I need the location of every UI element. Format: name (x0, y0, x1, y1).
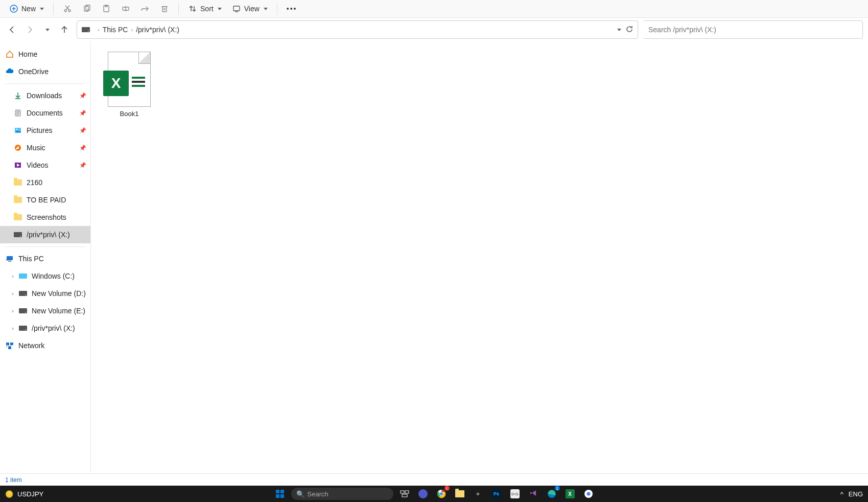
pin-icon: 📌 (79, 93, 86, 99)
sidebar-folder-screenshots[interactable]: Screenshots (0, 209, 90, 226)
sidebar-drive-d[interactable]: › New Volume (D:) (0, 285, 90, 302)
folder-icon (13, 178, 22, 187)
forward-button[interactable] (22, 22, 37, 37)
sidebar-onedrive[interactable]: › OneDrive (0, 63, 90, 80)
svg-rect-42 (276, 494, 279, 498)
ellipsis-icon: ••• (287, 5, 297, 13)
chevron-down-icon[interactable] (617, 29, 621, 31)
paste-button[interactable] (98, 2, 115, 15)
music-icon (13, 143, 22, 152)
view-label: View (244, 5, 260, 13)
drive-icon (18, 271, 28, 281)
rename-icon (121, 4, 130, 13)
share-button[interactable] (136, 2, 154, 15)
breadcrumb-current[interactable]: /priv*priv\ (X:) (136, 26, 179, 34)
chevron-right-icon[interactable]: › (9, 308, 16, 314)
taskbar-search-placeholder: Search (308, 490, 329, 498)
taskbar-app-explorer[interactable] (453, 487, 467, 501)
sidebar-music[interactable]: Music 📌 (0, 139, 90, 156)
sidebar-item-label: Documents (27, 109, 63, 117)
sidebar-item-label: /priv*priv\ (X:) (27, 231, 70, 239)
drive-icon (18, 324, 28, 333)
sidebar-home[interactable]: Home (0, 45, 90, 63)
taskbar-app-edge[interactable]: 1 (545, 487, 559, 501)
new-label: New (21, 5, 36, 13)
chevron-down-icon (45, 29, 50, 31)
taskbar-app-excel[interactable]: X (563, 487, 577, 501)
pin-icon: 📌 (79, 110, 86, 117)
cut-button[interactable] (59, 2, 76, 15)
chevron-down-icon (264, 8, 268, 10)
svg-rect-36 (10, 343, 13, 345)
sidebar-pictures[interactable]: Pictures 📌 (0, 122, 90, 139)
rename-button[interactable] (117, 2, 134, 15)
folder-icon (13, 213, 22, 222)
up-button[interactable] (57, 22, 72, 37)
status-bar: 1 item (0, 473, 868, 486)
drive-icon (13, 230, 22, 239)
search-input[interactable] (648, 26, 857, 34)
delete-button[interactable] (156, 2, 173, 15)
search-box[interactable] (643, 20, 863, 39)
widget-icon: 🪙 (5, 490, 13, 498)
sidebar-folder-tobepaid[interactable]: TO BE PAID (0, 191, 90, 209)
more-button[interactable]: ••• (283, 3, 301, 15)
sort-button[interactable]: Sort (184, 2, 226, 15)
file-item[interactable]: X Book1 (101, 50, 157, 120)
sidebar-drive-c[interactable]: › Windows (C:) (0, 267, 90, 285)
drive-icon (81, 25, 90, 34)
taskbar-search[interactable]: 🔍 Search (291, 488, 393, 500)
taskbar-app-vs[interactable] (526, 487, 541, 501)
sidebar-thispc[interactable]: ⌄ This PC (0, 250, 90, 267)
chevron-right-icon[interactable]: › (9, 290, 16, 296)
separator (178, 3, 179, 15)
chevron-right-icon: › (131, 27, 133, 33)
language-indicator[interactable]: ENG (849, 490, 863, 498)
recent-button[interactable] (40, 22, 54, 37)
nav-arrows (5, 22, 72, 37)
file-pane[interactable]: X Book1 (91, 41, 868, 473)
back-button[interactable] (5, 22, 19, 37)
tray-chevron-icon[interactable]: ^ (840, 490, 843, 498)
sidebar-downloads[interactable]: Downloads 📌 (0, 87, 90, 104)
sidebar-item-label: Screenshots (27, 213, 66, 221)
sidebar-item-label: Windows (C:) (32, 272, 75, 280)
folder-icon (13, 195, 22, 204)
svg-rect-13 (162, 7, 167, 12)
sidebar-item-label: TO BE PAID (27, 196, 66, 204)
taskbar-app-chrome[interactable]: ! (434, 487, 449, 501)
chevron-down-icon[interactable]: ⌄ (3, 256, 10, 262)
svg-rect-44 (401, 491, 404, 493)
chevron-right-icon[interactable]: › (3, 343, 10, 349)
sidebar-drive-x[interactable]: /priv*priv\ (X:) (0, 226, 90, 243)
sidebar-videos[interactable]: Videos 📌 (0, 156, 90, 174)
document-icon (13, 108, 22, 118)
copy-button[interactable] (78, 2, 96, 15)
sidebar-item-label: Downloads (27, 92, 62, 100)
breadcrumb-root[interactable]: This PC (103, 26, 128, 34)
start-button[interactable] (273, 487, 287, 501)
taskbar-app-photoshop[interactable]: Ps (489, 487, 504, 501)
new-button[interactable]: New (5, 2, 48, 15)
sidebar-folder-2160[interactable]: 2160 (0, 174, 90, 191)
sidebar-item-label: Pictures (27, 126, 53, 134)
separator (277, 3, 277, 15)
view-button[interactable]: View (228, 2, 272, 15)
sidebar-drive-e[interactable]: › New Volume (E:) (0, 302, 90, 320)
taskbar-app-chrome2[interactable] (581, 487, 596, 501)
svg-rect-45 (405, 491, 409, 493)
chevron-right-icon[interactable]: › (9, 325, 16, 331)
taskbar-widget[interactable]: 🪙 USDJPY (5, 490, 43, 498)
home-icon (5, 50, 14, 59)
chevron-right-icon[interactable]: › (9, 273, 16, 279)
chevron-right-icon[interactable]: › (3, 69, 10, 75)
sidebar-network[interactable]: › Network (0, 337, 90, 354)
sidebar-documents[interactable]: Documents 📌 (0, 104, 90, 122)
sidebar-drive-x2[interactable]: › /priv*priv\ (X:) (0, 320, 90, 337)
address-bar[interactable]: › This PC › /priv*priv\ (X:) (77, 20, 638, 39)
taskbar-app-teams[interactable] (416, 487, 430, 501)
task-view-button[interactable] (397, 487, 412, 501)
taskbar-app-generic2[interactable]: S›G (508, 487, 522, 501)
refresh-button[interactable] (625, 25, 634, 35)
taskbar-app-generic1[interactable]: ✦ (471, 487, 485, 501)
